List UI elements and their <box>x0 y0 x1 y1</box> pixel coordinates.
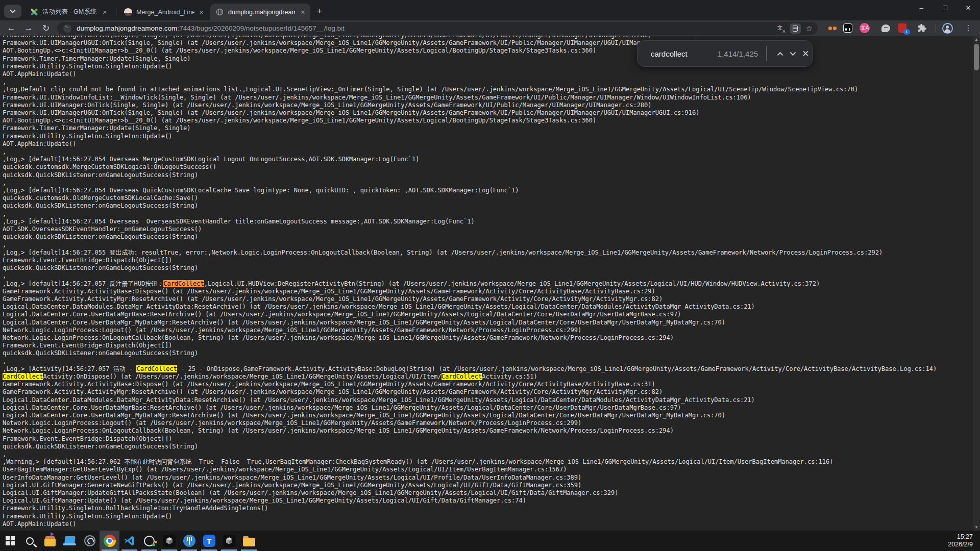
window-close-button[interactable]: ✕ <box>957 0 980 15</box>
taskbar-icon-start[interactable] <box>0 531 20 551</box>
log-line: ,Log,> [default]14:56:27.057 反注册了HUD按钮：C… <box>3 280 937 288</box>
scroll-up-icon[interactable]: ▲ <box>973 36 980 43</box>
log-line: Network.Logic.LoginProcess:Logout() (at … <box>3 419 937 427</box>
window-maximize-button[interactable] <box>933 0 957 15</box>
taskbar-icon-search[interactable] <box>20 531 40 551</box>
taskbar-icon-game[interactable] <box>40 531 60 551</box>
tab-label: Merge_Android_Line1 [Jenkin <box>136 9 194 16</box>
log-line: , <box>3 78 937 86</box>
taskbar-icon-unity[interactable] <box>219 531 239 551</box>
ext-translate-icon[interactable]: 文A <box>858 21 871 35</box>
tab-close-icon[interactable]: × <box>199 8 204 16</box>
new-tab-button[interactable]: + <box>312 4 327 18</box>
log-line: ,Log,> [default]14:56:27.055 登出成功: resul… <box>3 249 937 257</box>
extensions-puzzle-icon[interactable] <box>916 21 929 35</box>
log-line: Network.Logic.LoginProcess:OnLogoutCallb… <box>3 427 937 435</box>
profile-avatar[interactable] <box>941 21 954 35</box>
log-line: Logical.DataCenter.DataModules.DataMgr_A… <box>3 303 937 311</box>
taskbar-icon-chrome[interactable] <box>100 531 119 551</box>
taskbar-icon-vscode[interactable] <box>119 531 139 551</box>
log-line: Logical.UI.GiftManager:GenerateNewGiftPa… <box>3 482 937 489</box>
log-line: , <box>3 358 937 365</box>
log-line: ,Log,> [Activity]14:56:27.057 活动 - CardC… <box>3 365 937 373</box>
log-line: AOT.AppMain:Update() <box>3 520 937 528</box>
log-line: Framework.Event.EventBridge:Dispatch(Obj… <box>3 435 937 443</box>
find-next-icon[interactable] <box>787 46 799 61</box>
log-line: CardCollectActivity:OnDispose() (at /Use… <box>3 373 937 381</box>
gm-x-icon <box>30 8 38 16</box>
find-input[interactable] <box>651 49 717 58</box>
tab-jenkins[interactable]: Merge_Android_Line1 [Jenkin × <box>118 4 208 20</box>
log-line: ,Log,Default clip could not be found in … <box>3 86 937 93</box>
tune-icon[interactable] <box>63 24 71 33</box>
forward-icon[interactable]: → <box>21 21 36 35</box>
taskbar-icon-device[interactable] <box>60 531 80 551</box>
log-line: Logical.UI.GiftManager:UpdateGiftAllPack… <box>3 489 937 497</box>
log-line: Framework.UI.UIManager:OnTick(Single, Si… <box>3 36 937 39</box>
scroll-down-icon[interactable]: ▼ <box>973 523 980 531</box>
reload-icon[interactable]: ↻ <box>39 21 53 35</box>
log-line: Logical.DataCenter.DataModules.DataMgr_A… <box>3 396 937 404</box>
clock-date: 2026/2/9 <box>948 541 973 548</box>
address-bar[interactable]: dumplog.mahjongdreamone.com:7443/bugs/20… <box>57 22 818 35</box>
log-line: Network.Logic.LoginProcess:Logout() (at … <box>3 327 937 334</box>
ext-shield-icon[interactable]: 1 <box>895 21 909 35</box>
ext-box-icon[interactable] <box>841 21 854 35</box>
log-line: quicksdk.customsdk.OldMergeCustomSDKLoca… <box>3 194 937 202</box>
window-minimize-button[interactable]: – <box>910 0 933 15</box>
log-line: quicksdk.customsdk.MergeCustomSDKLogical… <box>3 163 937 171</box>
back-icon[interactable]: ← <box>4 21 18 35</box>
find-separator <box>766 46 767 61</box>
tab-dumplog[interactable]: dumplog.mahjongdreamone × <box>210 4 310 20</box>
tab-search-button[interactable] <box>4 5 21 18</box>
scrollbar-thumb[interactable] <box>974 44 979 70</box>
find-match: CardCollect <box>442 373 482 380</box>
desktop: 活动列表 - GM系统 × Merge_Android_Line1 [Jenki… <box>0 0 980 551</box>
tab-close-icon[interactable]: × <box>299 8 306 16</box>
tab-separator <box>116 7 116 16</box>
scrollbar[interactable]: ▲ ▼ <box>973 36 980 531</box>
taskbar-icon-fork-app[interactable] <box>179 531 199 551</box>
log-line: UserBagItemManager:GetUserLevelByExp() (… <box>3 466 937 473</box>
reading-mode-icon[interactable] <box>790 23 801 34</box>
log-line: Framework.UI.UIWindowInfoList:__WindowTi… <box>3 94 937 102</box>
log-line: Framework.Utility.Singleton.RollbackSing… <box>3 505 937 512</box>
log-line: Framework.Event.EventBridge:Dispatch(Obj… <box>3 342 937 349</box>
tab-gm-system[interactable]: 活动列表 - GM系统 × <box>24 4 114 20</box>
log-line: , <box>3 272 937 280</box>
taskbar-icon-qtool[interactable] <box>139 531 159 551</box>
log-line: quicksdk.QuickSDKListener:onGameLogoutSu… <box>3 202 937 210</box>
log-line: Logical.DataCenter.Core.UserDataMgrBase:… <box>3 311 937 318</box>
ext-bubble-icon[interactable] <box>879 21 892 35</box>
taskbar-icon-obs[interactable] <box>80 531 100 551</box>
taskbar: T 15:27 2026/2/9 <box>0 531 980 551</box>
taskbar-clock[interactable]: 15:27 2026/2/9 <box>948 531 973 551</box>
find-previous-icon[interactable] <box>774 46 787 61</box>
tab-label: dumplog.mahjongdreamone <box>228 9 295 16</box>
log-line: Framework.Timer.TimerManager:Update(Sing… <box>3 124 937 132</box>
log-line: , <box>3 148 937 156</box>
page-url: dumplog.mahjongdreamone.com:7443/bugs/20… <box>77 24 345 32</box>
find-close-icon[interactable]: ✕ <box>799 46 812 61</box>
ext-glasses-icon[interactable] <box>826 21 839 35</box>
menu-kebab-icon[interactable]: ⋮ <box>962 21 975 35</box>
find-match-count: 1,414/1,425 <box>717 49 758 58</box>
log-line: , <box>3 241 937 248</box>
taskbar-icon-unity-hub[interactable] <box>159 531 179 551</box>
taskbar-icon-explorer[interactable] <box>239 531 259 551</box>
log-line: UserInfoDataManager:GetUserLevel() (at /… <box>3 474 937 482</box>
toolbar-separator <box>936 23 936 33</box>
globe-icon <box>215 8 224 16</box>
log-line: quicksdk.QuickSDKListener:onGameLogoutSu… <box>3 233 937 241</box>
log-line: quicksdk.QuickSDKListener:onGameLogoutSu… <box>3 443 937 450</box>
tab-close-icon[interactable]: × <box>101 8 109 16</box>
log-line: , <box>3 210 937 218</box>
log-line: quicksdk.QuickSDKListener:onGameLogoutSu… <box>3 349 937 357</box>
translate-icon[interactable]: 文A <box>776 24 785 33</box>
log-line: , <box>3 179 937 187</box>
bookmark-star-icon[interactable]: ☆ <box>806 24 813 33</box>
log-line: Framework.Utility.Singleton.Singleton:Up… <box>3 133 937 140</box>
taskbar-icon-blue-t[interactable]: T <box>199 531 219 551</box>
log-line: Logical.DataCenter.Core.UserDataMgr_MyDa… <box>3 412 937 419</box>
log-line: AOT.AppMain:Update() <box>3 70 937 78</box>
